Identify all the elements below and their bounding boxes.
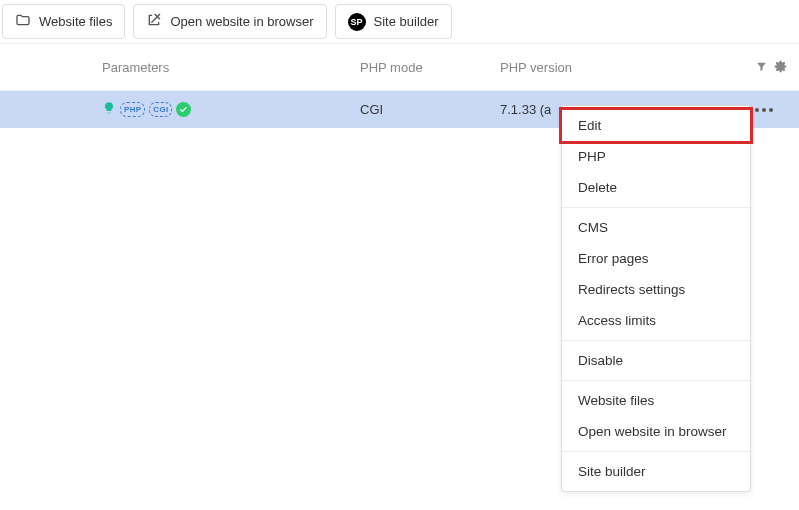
- menu-item-site-builder[interactable]: Site builder: [562, 456, 750, 487]
- menu-divider: [562, 340, 750, 341]
- row-php-mode: CGI: [360, 102, 500, 117]
- site-builder-button[interactable]: SP Site builder: [335, 4, 452, 39]
- settings-icon[interactable]: [774, 60, 787, 76]
- table-header: Parameters PHP mode PHP version: [0, 44, 799, 91]
- filter-icon[interactable]: [755, 60, 768, 76]
- lightbulb-icon: [102, 101, 116, 118]
- menu-item-php[interactable]: PHP: [562, 141, 750, 172]
- website-files-button[interactable]: Website files: [2, 4, 125, 39]
- menu-divider: [562, 380, 750, 381]
- website-files-label: Website files: [39, 14, 112, 29]
- menu-item-edit[interactable]: Edit: [559, 107, 753, 144]
- menu-item-cms[interactable]: CMS: [562, 212, 750, 243]
- more-actions-icon[interactable]: [755, 108, 787, 112]
- open-in-browser-button[interactable]: Open website in browser: [133, 4, 326, 39]
- open-in-browser-label: Open website in browser: [170, 14, 313, 29]
- menu-divider: [562, 451, 750, 452]
- header-php-mode: PHP mode: [360, 60, 500, 76]
- cgi-badge: CGI: [149, 102, 172, 117]
- folder-icon: [15, 12, 31, 31]
- menu-item-redirects[interactable]: Redirects settings: [562, 274, 750, 305]
- menu-item-open-browser[interactable]: Open website in browser: [562, 416, 750, 447]
- menu-item-delete[interactable]: Delete: [562, 172, 750, 203]
- open-external-icon: [146, 12, 162, 31]
- menu-divider: [562, 207, 750, 208]
- menu-item-access-limits[interactable]: Access limits: [562, 305, 750, 336]
- menu-item-error-pages[interactable]: Error pages: [562, 243, 750, 274]
- check-circle-icon: [176, 102, 191, 117]
- parameter-icons: PHP CGI: [0, 101, 360, 118]
- header-parameters: Parameters: [0, 60, 360, 76]
- header-php-version: PHP version: [500, 60, 749, 76]
- site-builder-label: Site builder: [374, 14, 439, 29]
- menu-item-website-files[interactable]: Website files: [562, 385, 750, 416]
- menu-item-disable[interactable]: Disable: [562, 345, 750, 376]
- context-menu: Edit PHP Delete CMS Error pages Redirect…: [561, 105, 751, 492]
- toolbar: Website files Open website in browser SP…: [0, 0, 799, 44]
- php-badge: PHP: [120, 102, 145, 117]
- sp-badge-icon: SP: [348, 13, 366, 31]
